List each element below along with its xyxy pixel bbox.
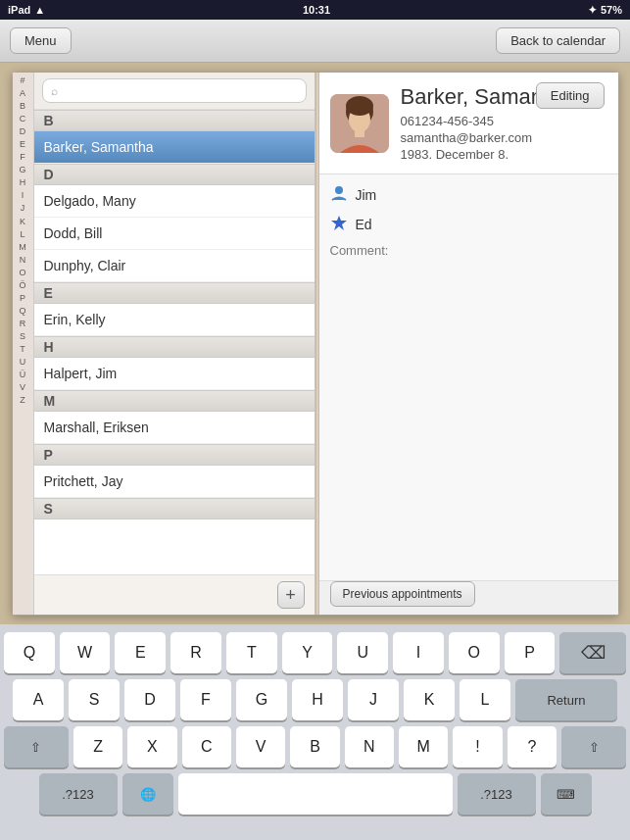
contact-item-pritchett-jay[interactable]: Pritchett, Jay [34, 466, 315, 498]
backspace-key[interactable]: ⌫ [559, 632, 626, 673]
alpha-f[interactable]: F [20, 151, 25, 164]
alpha-d[interactable]: D [20, 125, 26, 138]
alpha-z[interactable]: Z [20, 394, 25, 407]
key-q[interactable]: Q [4, 632, 55, 673]
key-y[interactable]: Y [282, 632, 333, 673]
add-button-row: + [34, 574, 315, 615]
alpha-p[interactable]: P [20, 292, 25, 305]
search-input-wrapper[interactable]: ⌕ [42, 78, 307, 103]
alpha-e[interactable]: E [20, 138, 25, 151]
key-c[interactable]: C [182, 726, 231, 767]
alpha-l[interactable]: L [20, 228, 24, 241]
contact-item-halpert-jim[interactable]: Halpert, Jim [34, 358, 315, 390]
keyboard-icon-key[interactable]: ⌨ [541, 773, 592, 815]
relation-name-jim: Jim [356, 187, 377, 203]
search-input[interactable] [62, 83, 298, 98]
num-sym-key-right[interactable]: .?123 [458, 773, 536, 815]
space-key[interactable] [178, 773, 453, 815]
alpha-u-umlaut[interactable]: Ü [20, 369, 26, 381]
nav-bar: Menu Back to calendar [0, 20, 630, 63]
contact-item-dodd-bill[interactable]: Dodd, Bill [34, 218, 315, 250]
editing-button[interactable]: Editing [536, 82, 605, 109]
key-s[interactable]: S [69, 679, 120, 720]
alpha-q[interactable]: Q [19, 305, 25, 318]
section-header-b: B [34, 110, 315, 131]
num-sym-key-left[interactable]: .?123 [39, 773, 118, 815]
section-header-s: S [34, 498, 315, 519]
key-f[interactable]: F [180, 679, 231, 720]
contact-item-delgado-many[interactable]: Delgado, Many [34, 185, 315, 218]
key-m[interactable]: M [399, 726, 448, 767]
alpha-g[interactable]: G [19, 164, 25, 176]
key-v[interactable]: V [236, 726, 285, 767]
book-spine [315, 73, 319, 615]
alpha-v[interactable]: V [20, 381, 25, 394]
star-icon [330, 214, 348, 235]
keyboard-row-1: Q W E R T Y U I O P ⌫ [4, 632, 626, 673]
return-key[interactable]: Return [515, 679, 617, 720]
alpha-c[interactable]: C [20, 113, 26, 125]
contact-item-dunphy-clair[interactable]: Dunphy, Clair [34, 250, 315, 282]
key-u[interactable]: U [337, 632, 388, 673]
previous-appointments-button[interactable]: Previous appointments [330, 581, 475, 607]
key-b[interactable]: B [290, 726, 339, 767]
alpha-k[interactable]: K [20, 216, 25, 228]
key-r[interactable]: R [170, 632, 221, 673]
alpha-o[interactable]: O [19, 267, 25, 279]
key-j[interactable]: J [348, 679, 399, 720]
alpha-b[interactable]: B [20, 100, 25, 113]
key-p[interactable]: P [505, 632, 556, 673]
book-area: # A B C D E F G H I J K L M N O Ö P Q R [0, 63, 630, 624]
alpha-j[interactable]: J [21, 202, 25, 215]
alpha-t[interactable]: T [20, 343, 25, 356]
key-l[interactable]: L [460, 679, 510, 720]
keyboard-row-2: A S D F G H J K L Return [4, 679, 626, 720]
alpha-r[interactable]: R [20, 318, 26, 330]
contact-item-barker-samantha[interactable]: Barker, Samantha [34, 131, 315, 164]
menu-button[interactable]: Menu [10, 27, 72, 54]
alpha-a[interactable]: A [20, 87, 25, 100]
contact-email: samantha@barker.com [401, 130, 605, 145]
key-w[interactable]: W [60, 632, 111, 673]
globe-key[interactable]: 🌐 [122, 773, 173, 815]
contact-item-erin-kelly[interactable]: Erin, Kelly [34, 304, 315, 336]
section-header-p: P [34, 444, 315, 466]
key-e[interactable]: E [115, 632, 166, 673]
contact-item-marshall-eriksen[interactable]: Marshall, Eriksen [34, 412, 315, 444]
key-g[interactable]: G [236, 679, 287, 720]
key-o[interactable]: O [449, 632, 500, 673]
alpha-o-umlaut[interactable]: Ö [19, 279, 25, 292]
back-to-calendar-button[interactable]: Back to calendar [496, 27, 620, 54]
svg-point-3 [346, 96, 373, 116]
key-exclaim[interactable]: ! [453, 726, 502, 767]
key-n[interactable]: N [345, 726, 394, 767]
keyboard-row-4: .?123 🌐 .?123 ⌨ [4, 773, 626, 815]
key-h[interactable]: H [292, 679, 343, 720]
key-t[interactable]: T [226, 632, 277, 673]
contact-body: Jim Ed Comment: Editing [316, 174, 618, 580]
shift-key[interactable]: ⇧ [4, 726, 69, 767]
alpha-m[interactable]: M [19, 241, 26, 254]
alpha-u[interactable]: U [20, 356, 26, 369]
key-k[interactable]: K [404, 679, 455, 720]
key-x[interactable]: X [127, 726, 176, 767]
contacts-list: B Barker, Samantha D Delgado, Many Dodd,… [34, 110, 315, 574]
keyboard: Q W E R T Y U I O P ⌫ A S D F G H J K L … [0, 624, 630, 840]
alphabet-index: # A B C D E F G H I J K L M N O Ö P Q R [13, 73, 34, 615]
alpha-h[interactable]: H [20, 176, 26, 189]
contacts-book: # A B C D E F G H I J K L M N O Ö P Q R [12, 72, 619, 616]
key-question[interactable]: ? [508, 726, 557, 767]
key-i[interactable]: I [393, 632, 444, 673]
key-z[interactable]: Z [73, 726, 122, 767]
section-header-m: M [34, 390, 315, 412]
alpha-i[interactable]: I [22, 189, 24, 202]
person-icon [330, 184, 348, 206]
key-d[interactable]: D [124, 679, 175, 720]
alpha-n[interactable]: N [20, 254, 26, 267]
shift-key-right[interactable]: ⇧ [561, 726, 626, 767]
alpha-s[interactable]: S [20, 330, 25, 343]
alpha-hash[interactable]: # [20, 74, 24, 87]
svg-marker-6 [331, 216, 347, 230]
key-a[interactable]: A [13, 679, 64, 720]
add-contact-button[interactable]: + [277, 581, 305, 609]
